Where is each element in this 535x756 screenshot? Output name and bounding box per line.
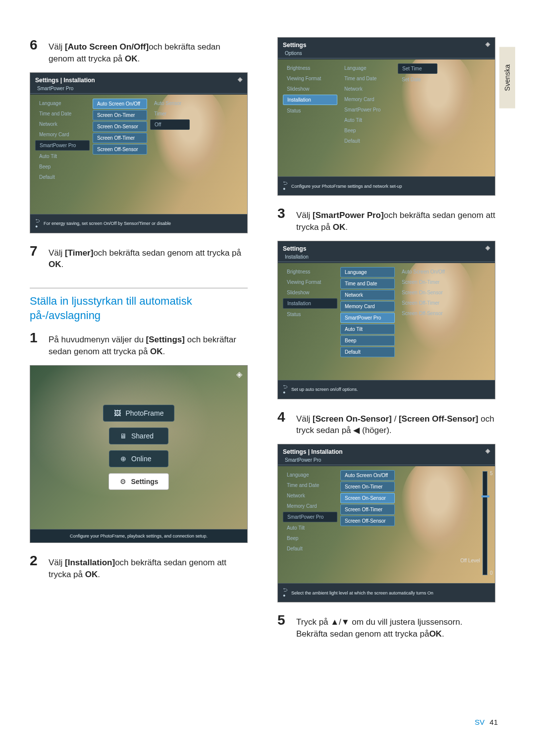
menu-item[interactable]: Time and Date [340,278,395,289]
t: [Screen Off-Sensor] [399,414,479,424]
wifi-icon: ◈ [485,244,490,251]
slider-thumb[interactable] [482,495,489,497]
t: . [163,347,165,356]
menu-item[interactable]: Auto Tilt [340,115,395,125]
ss-tip: ⮌● Select the ambient light level at whi… [278,583,495,602]
menu-item[interactable]: Language [340,267,395,277]
menu-item[interactable]: Installation [283,298,337,309]
step-text: Tryck på ▲/▼ om du vill justera ljussens… [296,616,495,640]
menu-item[interactable]: Screen On-Timer [340,482,395,492]
menu-item[interactable]: SmartPower Pro [283,512,337,522]
back-icon: ⮌ [283,181,287,186]
menu-item[interactable]: Set Time [398,63,437,74]
t: / [392,414,399,424]
menu-item[interactable]: Network [35,119,90,129]
menu-item[interactable]: Time and Date [283,481,337,490]
t: OK [85,570,98,579]
menu-item[interactable]: Off [150,119,190,130]
menu-item[interactable]: Memory Card [35,130,90,139]
menu-item[interactable]: Memory Card [340,95,395,104]
t: [Screen On-Sensor] [313,414,392,424]
menu-item[interactable]: Beep [35,162,90,171]
menu-item[interactable]: Status [283,106,337,115]
menu-item[interactable]: Network [283,491,337,500]
slider-min: 0 [490,570,493,576]
menu-item[interactable]: Screen Off-Sensor [398,309,452,318]
menu-item[interactable]: Viewing Format [283,74,337,83]
t: . [345,222,348,232]
menu-photoframe[interactable]: 🖼PhotoFrame [103,405,174,422]
step-number: 5 [277,612,287,628]
tip-text: Configure your PhotoFrame, playback sett… [70,534,208,539]
menu-item[interactable]: Default [340,347,395,357]
screenshot-installation: Settings◈ Installation Brightness Viewin… [277,241,495,399]
menu-item[interactable]: SmartPower Pro [35,140,90,151]
menu-item[interactable]: Auto Screen On/Off [398,267,452,276]
menu-item[interactable]: Slideshow [283,288,337,297]
menu-item[interactable]: Auto Sensor [150,99,190,108]
menu-item[interactable]: Screen Off-Timer [93,133,147,143]
ss-title: Settings◈ [278,241,495,254]
label: Settings [131,478,158,486]
menu-item[interactable]: Beep [340,126,395,135]
menu-item[interactable]: Default [283,544,337,553]
t: Settings | Installation [35,77,95,84]
menu-item[interactable]: Auto Tilt [35,152,90,161]
photoframe-icon: 🖼 [113,409,121,417]
menu-item[interactable]: Memory Card [340,301,395,312]
t: . [442,629,444,639]
menu-item[interactable]: Language [340,63,395,73]
menu-item[interactable]: Viewing Format [283,277,337,287]
menu-item[interactable]: Slideshow [283,84,337,94]
menu-item[interactable]: Language [35,99,90,108]
menu-item-selected[interactable]: Auto Screen On/Off [93,99,147,109]
menu-item[interactable]: Screen Off-Sensor [340,516,395,526]
t: Settings [283,42,306,49]
menu-item[interactable]: Beep [283,534,337,543]
t: OK [150,347,163,356]
menu-item[interactable]: Network [340,84,395,94]
menu-item[interactable]: SmartPower Pro [340,105,395,114]
t: . [61,260,64,269]
tip-icons: ⮌● [283,181,287,191]
menu-item[interactable]: Screen Off-Timer [340,504,395,515]
menu-item[interactable]: Brightness [283,267,337,276]
menu-item[interactable]: Screen On-Timer [398,277,452,287]
menu-shared[interactable]: 🖥Shared [109,428,168,444]
menu-item[interactable]: Default [35,172,90,182]
menu-item[interactable]: Screen Off-Sensor [93,144,147,155]
menu-item[interactable]: Brightness [283,63,337,73]
screenshot-sensor-slider: Settings | Installation◈ SmartPower Pro … [277,444,495,602]
back-icon: ⮌ [283,588,287,593]
menu-item[interactable]: Default [340,136,395,146]
menu-item[interactable]: Time and Date [340,74,395,83]
menu-item[interactable]: Network [340,290,395,300]
menu-item[interactable]: Beep [340,335,395,346]
menu-online[interactable]: ⊕Online [109,450,168,467]
left-column: 6 Välj [Auto Screen On/Off]och bekräfta … [30,37,248,648]
menu-item[interactable]: Auto Screen On/Off [340,470,395,481]
menu-item[interactable]: Auto Tilt [283,523,337,533]
menu-item-selected[interactable]: Screen On-Sensor [340,493,395,503]
menu-item[interactable]: Auto Tilt [340,324,395,334]
menu-item[interactable]: Timer [150,109,190,118]
menu-item[interactable]: Memory Card [283,501,337,511]
menu-item[interactable]: Language [283,470,337,480]
menu-item-selected[interactable]: Installation [283,95,337,105]
step-text: Välj [SmartPower Pro]och bekräfta sedan … [296,210,495,233]
menu-settings-selected[interactable]: ⚙Settings [108,473,168,490]
t: Settings [283,245,306,252]
menu-item[interactable]: Time and Date [35,109,90,118]
t: Välj [49,558,65,567]
menu-item[interactable]: Set Date [398,75,437,84]
menu-item[interactable]: Status [283,310,337,319]
menu-item[interactable]: Screen Off-Timer [398,298,452,308]
ss-tip: ⮌● For energy saving, set screen On/Off … [30,214,247,233]
menu-item[interactable]: Screen On-Sensor [93,121,147,132]
step-7: 7 Välj [Timer]och bekräfta sedan genom a… [30,243,248,271]
t: OK [125,54,138,63]
light-slider[interactable]: 5 0 [482,471,487,575]
menu-item-selected[interactable]: SmartPower Pro [340,313,395,323]
menu-item[interactable]: Screen On-Timer [93,110,147,120]
menu-item[interactable]: Screen On-Sensor [398,288,452,297]
